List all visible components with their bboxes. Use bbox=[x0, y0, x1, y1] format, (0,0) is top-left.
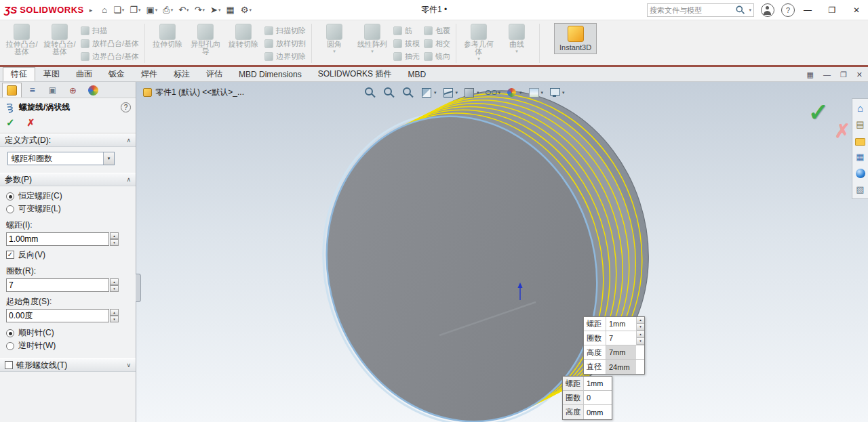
revolutions-input[interactable] bbox=[6, 278, 109, 292]
linear-pattern-button[interactable]: 线性阵列 ▾ bbox=[353, 22, 391, 65]
pitch-input[interactable] bbox=[6, 232, 109, 246]
intersect-button[interactable]: 相交 bbox=[424, 38, 450, 49]
counterclockwise-radio[interactable]: 逆时针(W) bbox=[6, 339, 130, 352]
combobox-dropdown-icon[interactable]: ▾ bbox=[103, 152, 114, 165]
tab-mbd[interactable]: MBD bbox=[399, 67, 434, 81]
feature-manager-tab[interactable] bbox=[22, 83, 42, 98]
variable-pitch-radio[interactable]: 可变螺距(L) bbox=[6, 203, 130, 215]
spin-down-icon[interactable]: ▾ bbox=[110, 285, 119, 292]
callout-value[interactable]: 24mm bbox=[606, 360, 636, 374]
custom-properties-tab[interactable] bbox=[854, 183, 867, 196]
file-explorer-tab[interactable] bbox=[854, 134, 867, 147]
confirm-cancel-button[interactable]: ✗ bbox=[835, 120, 850, 142]
lofted-cut-button[interactable]: 放样切割 bbox=[264, 38, 306, 49]
callout-spinner[interactable]: ▴ ▾ bbox=[636, 317, 644, 331]
boundary-boss-base-button[interactable]: 边界凸台/基体 bbox=[81, 51, 139, 62]
doc-restore-button[interactable]: ❐ bbox=[840, 70, 847, 79]
define-by-combobox[interactable]: 螺距和圈数 ▾ bbox=[7, 152, 115, 165]
tab-markup[interactable]: 标注 bbox=[165, 67, 198, 81]
revolutions-spinner[interactable]: ▴ ▾ bbox=[110, 278, 119, 292]
hole-wizard-button[interactable]: 异型孔向导 bbox=[186, 22, 224, 65]
undo-button[interactable]: ↶ ▾ bbox=[176, 2, 191, 18]
open-button[interactable]: ❐ ▾ bbox=[127, 2, 143, 18]
view-palette-tab[interactable] bbox=[854, 150, 867, 163]
configuration-manager-tab[interactable] bbox=[43, 83, 62, 98]
wrap-button[interactable]: 包覆 bbox=[424, 25, 450, 36]
collapse-chevron-icon[interactable]: ∧ bbox=[126, 176, 131, 183]
callout-value[interactable]: 1mm bbox=[606, 317, 636, 331]
swept-cut-button[interactable]: 扫描切除 bbox=[264, 25, 306, 36]
callout-value[interactable]: 7mm bbox=[606, 345, 636, 359]
search-dropdown-arrow[interactable]: ▾ bbox=[749, 7, 751, 13]
ok-button[interactable]: ✓ bbox=[6, 117, 15, 129]
redo-button[interactable]: ↷ ▾ bbox=[192, 2, 208, 18]
reference-geometry-button[interactable]: 参考几何体 ▾ bbox=[460, 22, 498, 65]
print-button[interactable]: ⎙ ▾ bbox=[160, 2, 176, 18]
callout-value[interactable]: 7 bbox=[606, 331, 636, 345]
spin-down-icon[interactable]: ▾ bbox=[637, 338, 644, 345]
search-icon[interactable] bbox=[735, 5, 745, 14]
close-button[interactable]: ✕ bbox=[845, 0, 868, 20]
model-3d-view[interactable] bbox=[136, 82, 868, 422]
draft-button[interactable]: 拔模 bbox=[393, 38, 420, 49]
property-manager-tab[interactable] bbox=[2, 83, 22, 98]
revolved-boss-base-button[interactable]: 旋转凸台/基体 bbox=[41, 22, 79, 65]
expand-chevron-icon[interactable]: ∨ bbox=[126, 362, 131, 368]
options-button[interactable]: ⚙ ▾ bbox=[238, 2, 254, 18]
new-document-button[interactable]: ❏ ▾ bbox=[111, 2, 127, 18]
edit-appearance-button[interactable]: ▾ bbox=[506, 87, 522, 99]
tab-sketch[interactable]: 草图 bbox=[35, 67, 68, 81]
boundary-cut-button[interactable]: 边界切除 bbox=[264, 51, 306, 62]
spin-up-icon[interactable]: ▴ bbox=[110, 232, 119, 239]
rib-button[interactable]: 筋 bbox=[393, 25, 420, 36]
extruded-boss-base-button[interactable]: 拉伸凸台/基体 bbox=[3, 22, 41, 65]
helix-parameters-callout[interactable]: 螺距 1mm ▴ ▾ 圈数 7 ▴ ▾ bbox=[583, 316, 645, 375]
fillet-button[interactable]: 圆角 ▾ bbox=[315, 22, 353, 65]
spin-down-icon[interactable]: ▾ bbox=[110, 316, 119, 322]
spin-up-icon[interactable]: ▴ bbox=[110, 309, 119, 316]
taper-helix-section-header[interactable]: 锥形螺纹线(T) ∨ bbox=[0, 358, 136, 372]
spin-up-icon[interactable]: ▴ bbox=[637, 317, 644, 324]
previous-view-button[interactable] bbox=[401, 87, 415, 99]
callout-value[interactable]: 0mm bbox=[583, 405, 612, 419]
display-manager-tab[interactable] bbox=[83, 83, 103, 98]
constant-pitch-radio[interactable]: 恒定螺距(C) bbox=[6, 190, 130, 203]
taper-helix-checkbox[interactable] bbox=[5, 361, 13, 369]
graphics-area[interactable]: 零件1 (默认) <<默认>_... bbox=[136, 82, 868, 422]
tab-sheet-metal[interactable]: 钣金 bbox=[100, 67, 133, 81]
spin-up-icon[interactable]: ▴ bbox=[110, 278, 119, 285]
select-button[interactable]: ➤ ▾ bbox=[208, 2, 223, 18]
start-angle-input[interactable] bbox=[6, 309, 109, 322]
help-icon[interactable]: ? bbox=[781, 3, 795, 17]
zoom-area-button[interactable] bbox=[382, 87, 396, 99]
design-library-tab[interactable] bbox=[854, 118, 867, 131]
instant3d-button[interactable]: Instant3D bbox=[554, 23, 597, 54]
viewport-layout-icon[interactable]: ▦ bbox=[807, 70, 814, 79]
callout-spinner[interactable]: ▴ ▾ bbox=[636, 331, 644, 345]
doc-minimize-button[interactable]: — bbox=[823, 70, 831, 79]
tab-surfaces[interactable]: 曲面 bbox=[68, 67, 100, 81]
doc-close-button[interactable]: ✕ bbox=[856, 70, 863, 79]
search-box[interactable]: ▾ bbox=[647, 3, 754, 17]
minimize-button[interactable]: — bbox=[796, 0, 819, 20]
revolved-cut-button[interactable]: 旋转切除 bbox=[224, 22, 262, 65]
zoom-fit-button[interactable] bbox=[363, 87, 377, 99]
apply-scene-button[interactable]: ▾ bbox=[528, 87, 544, 99]
spin-up-icon[interactable]: ▴ bbox=[637, 331, 644, 338]
tab-weldments[interactable]: 焊件 bbox=[133, 67, 165, 81]
curves-button[interactable]: 曲线 ▾ bbox=[498, 22, 536, 65]
mirror-button[interactable]: 镜向 bbox=[424, 51, 450, 62]
account-icon[interactable] bbox=[761, 3, 774, 17]
swept-boss-base-button[interactable]: 扫描 bbox=[81, 25, 139, 36]
cancel-button[interactable]: ✗ bbox=[27, 117, 35, 128]
search-input[interactable] bbox=[650, 6, 732, 14]
collapse-chevron-icon[interactable]: ∧ bbox=[126, 137, 131, 144]
section-view-button[interactable]: ▾ bbox=[420, 87, 437, 99]
clockwise-radio[interactable]: 顺时针(C) bbox=[6, 326, 130, 339]
view-settings-button[interactable]: ▾ bbox=[549, 87, 565, 99]
view-orientation-button[interactable]: ▾ bbox=[442, 87, 458, 99]
hide-show-items-button[interactable]: ▾ bbox=[485, 87, 501, 99]
save-button[interactable]: ▣ ▾ bbox=[143, 2, 160, 18]
panel-splitter-handle[interactable] bbox=[136, 274, 141, 302]
document-tab[interactable]: 零件1 (默认) <<默认>_... bbox=[143, 87, 244, 98]
